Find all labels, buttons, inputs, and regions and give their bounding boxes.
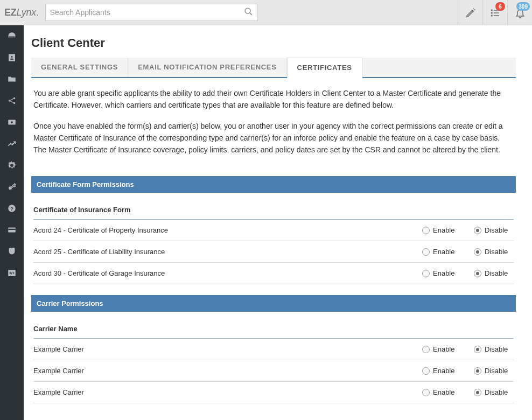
carrier-permission-enable-option[interactable]: Enable: [422, 345, 460, 353]
svg-point-15: [11, 121, 13, 123]
radio-dot-icon[interactable]: [422, 389, 430, 396]
help-icon[interactable]: ?: [0, 198, 24, 219]
tab-general-settings[interactable]: GENERAL SETTINGS: [31, 58, 128, 77]
carrier-permission-enable-option[interactable]: Enable: [422, 367, 460, 375]
search-icon[interactable]: [244, 7, 253, 18]
save-row: Save changes: [31, 409, 516, 420]
magnet-icon[interactable]: [0, 241, 24, 262]
enable-label: Enable: [433, 226, 454, 234]
form-permission-enable-option[interactable]: Enable: [422, 226, 460, 234]
form-permission-enable-option[interactable]: Enable: [422, 248, 460, 256]
contacts-icon[interactable]: [0, 47, 24, 68]
radio-dot-icon[interactable]: [474, 367, 481, 375]
share-icon[interactable]: [0, 90, 24, 111]
svg-point-0: [245, 8, 250, 13]
radio-dot-icon[interactable]: [422, 248, 430, 256]
page-description: You are able grant specific applicants t…: [31, 78, 516, 171]
form-permission-disable-option[interactable]: Disable: [474, 248, 512, 256]
form-permission-disable-option[interactable]: Disable: [474, 269, 512, 277]
radio-dot-icon[interactable]: [474, 248, 481, 256]
key-icon[interactable]: [0, 176, 24, 198]
disable-label: Disable: [485, 226, 508, 234]
disable-label: Disable: [485, 269, 508, 277]
svg-point-5: [491, 10, 492, 11]
radio-dot-icon[interactable]: [474, 270, 481, 277]
enable-label: Enable: [433, 388, 454, 396]
carrier-permission-row: Example CarrierEnableDisable: [33, 360, 514, 382]
tab-certificates[interactable]: CERTIFICATES: [287, 58, 362, 78]
form-permission-label: Acord 30 - Certificate of Garage Insuran…: [33, 269, 422, 277]
enable-label: Enable: [433, 248, 454, 256]
carrier-permissions-subhead: Carrier Name: [33, 317, 514, 339]
svg-point-6: [491, 12, 492, 13]
carrier-permissions-body: Carrier Name Example CarrierEnableDisabl…: [31, 312, 516, 409]
enable-label: Enable: [433, 345, 454, 353]
form-permission-radio-group: EnableDisable: [422, 248, 512, 256]
form-permissions-header: Certificate Form Permissions: [31, 176, 516, 193]
svg-point-12: [13, 97, 15, 99]
radio-dot-icon[interactable]: [422, 346, 430, 353]
radio-dot-icon[interactable]: [474, 389, 481, 396]
sidebar: ?: [0, 25, 24, 420]
disable-label: Disable: [485, 248, 508, 256]
carrier-permission-disable-option[interactable]: Disable: [474, 367, 512, 375]
brand-mid: Lynx: [16, 7, 36, 18]
enable-label: Enable: [433, 367, 454, 375]
carrier-permission-label: Example Carrier: [33, 345, 422, 353]
folder-icon[interactable]: [0, 68, 24, 90]
radio-dot-icon[interactable]: [422, 367, 430, 375]
compose-button[interactable]: [458, 0, 482, 25]
svg-point-13: [13, 102, 15, 104]
settings-gear-icon[interactable]: [0, 155, 24, 176]
tasks-button[interactable]: 6: [482, 0, 507, 25]
code-icon[interactable]: [0, 262, 24, 284]
main-content: Client Center GENERAL SETTINGSEMAIL NOTI…: [24, 25, 532, 420]
form-permission-label: Acord 24 - Certificate of Property Insur…: [33, 226, 422, 234]
desc-paragraph-2: Once you have enabled the form(s) and ca…: [33, 121, 508, 156]
svg-point-16: [9, 186, 12, 190]
svg-rect-20: [8, 229, 16, 230]
carrier-permission-disable-option[interactable]: Disable: [474, 345, 512, 353]
form-permissions-body: Certificate of Insurance Form Acord 24 -…: [31, 193, 516, 290]
carrier-permissions-header: Carrier Permissions: [31, 295, 516, 312]
form-permission-enable-option[interactable]: Enable: [422, 269, 460, 277]
svg-rect-8: [8, 37, 16, 38]
disable-label: Disable: [485, 388, 508, 396]
page-title: Client Center: [31, 36, 516, 50]
search-box[interactable]: [45, 4, 258, 21]
carrier-permission-radio-group: EnableDisable: [422, 367, 512, 375]
search-input[interactable]: [50, 8, 244, 17]
form-permission-radio-group: EnableDisable: [422, 226, 512, 234]
notifications-button[interactable]: 309: [507, 0, 532, 25]
tab-bar: GENERAL SETTINGSEMAIL NOTIFICATION PREFE…: [31, 58, 516, 78]
carrier-permission-enable-option[interactable]: Enable: [422, 388, 460, 396]
radio-dot-icon[interactable]: [474, 227, 481, 234]
form-permissions-subhead: Certificate of Insurance Form: [33, 198, 514, 220]
carrier-permission-disable-option[interactable]: Disable: [474, 388, 512, 396]
top-bar: EZLynx. 6 309: [0, 0, 532, 25]
tab-email-notification-preferences[interactable]: EMAIL NOTIFICATION PREFERENCES: [128, 58, 286, 77]
form-permission-row: Acord 25 - Certificate of Liability Insu…: [33, 241, 514, 263]
desc-paragraph-1: You are able grant specific applicants t…: [33, 88, 508, 111]
svg-point-7: [491, 15, 492, 16]
svg-line-1: [249, 13, 251, 15]
carrier-permission-row: Example CarrierEnableDisable: [33, 339, 514, 360]
reports-icon[interactable]: [0, 133, 24, 155]
radio-dot-icon[interactable]: [422, 270, 430, 277]
form-permission-disable-option[interactable]: Disable: [474, 226, 512, 234]
payments-icon[interactable]: [0, 111, 24, 133]
svg-text:?: ?: [10, 206, 13, 212]
disable-label: Disable: [485, 367, 508, 375]
tasks-badge: 6: [495, 2, 505, 11]
brand-logo: EZLynx.: [4, 7, 39, 18]
carrier-permission-radio-group: EnableDisable: [422, 345, 512, 353]
card-icon[interactable]: [0, 219, 24, 241]
carrier-permission-label: Example Carrier: [33, 367, 422, 375]
svg-point-11: [9, 100, 10, 101]
top-right-tools: 6 309: [458, 0, 532, 25]
radio-dot-icon[interactable]: [422, 227, 430, 234]
form-permission-radio-group: EnableDisable: [422, 269, 512, 277]
svg-point-10: [11, 56, 13, 58]
radio-dot-icon[interactable]: [474, 346, 481, 353]
dashboard-icon[interactable]: [0, 25, 24, 47]
